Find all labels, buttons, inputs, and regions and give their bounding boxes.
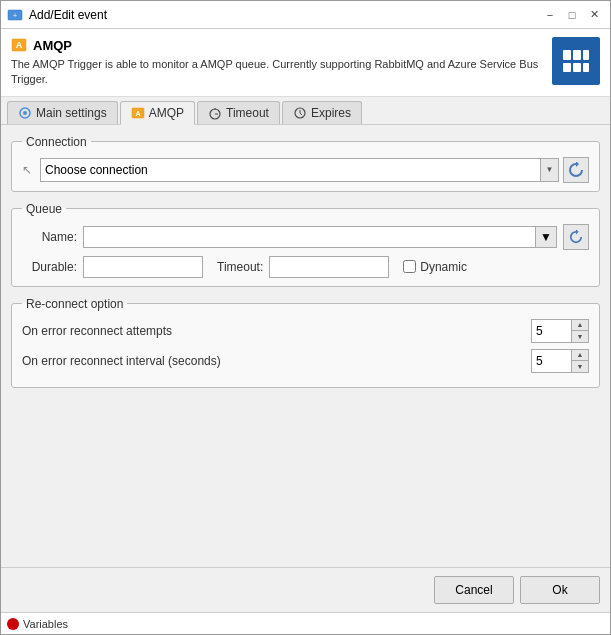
name-refresh-button[interactable] (563, 224, 589, 250)
tab-amqp[interactable]: A AMQP (120, 101, 195, 125)
connection-select-arrow[interactable]: ▼ (540, 159, 558, 181)
title-bar: + Add/Edit event − □ ✕ (1, 1, 610, 29)
status-indicator (7, 618, 19, 630)
svg-line-19 (300, 113, 302, 115)
tab-main-settings[interactable]: Main settings (7, 101, 118, 124)
main-settings-tab-icon (18, 106, 32, 120)
queue-fieldset: Queue Name: ▼ Durable: Timeout: (11, 202, 600, 287)
attempts-increment-btn[interactable]: ▲ (572, 320, 588, 331)
interval-increment-btn[interactable]: ▲ (572, 350, 588, 361)
name-dropdown-btn[interactable]: ▼ (535, 226, 557, 248)
title-bar-icon: + (7, 7, 23, 23)
attempts-decrement-btn[interactable]: ▼ (572, 331, 588, 342)
amqp-header-icon: A (11, 37, 27, 53)
tabs-bar: Main settings A AMQP Timeout (1, 97, 610, 125)
header-area: A AMQP The AMQP Trigger is able to monit… (1, 29, 610, 97)
cancel-button[interactable]: Cancel (434, 576, 514, 604)
header-content: A AMQP The AMQP Trigger is able to monit… (11, 37, 544, 88)
svg-text:A: A (16, 40, 23, 50)
dynamic-label: Dynamic (420, 260, 467, 274)
connection-select-wrapper: Choose connection ▼ (40, 158, 559, 182)
connection-row: ↖ Choose connection ▼ (22, 157, 589, 183)
ok-button[interactable]: Ok (520, 576, 600, 604)
status-text: Variables (23, 618, 68, 630)
interval-spinner: ▲ ▼ (531, 349, 589, 373)
maximize-button[interactable]: □ (562, 5, 582, 25)
attempts-row: On error reconnect attempts ▲ ▼ (22, 319, 589, 343)
durable-input[interactable] (83, 256, 203, 278)
durable-timeout-row: Durable: Timeout: Dynamic (22, 256, 589, 278)
amqp-tab-icon: A (131, 106, 145, 120)
main-content: Connection ↖ Choose connection ▼ Queue (1, 125, 610, 567)
svg-rect-7 (563, 63, 571, 72)
connection-legend: Connection (22, 135, 91, 149)
tab-expires-label: Expires (311, 106, 351, 120)
attempts-label: On error reconnect attempts (22, 324, 531, 338)
footer: Cancel Ok (1, 567, 610, 612)
svg-text:+: + (13, 12, 17, 19)
svg-text:A: A (135, 109, 140, 116)
svg-rect-8 (573, 63, 581, 72)
name-input[interactable] (83, 226, 535, 248)
main-window: + Add/Edit event − □ ✕ A AMQP The AMQP T… (0, 0, 611, 635)
connection-select[interactable]: Choose connection (41, 159, 540, 181)
connection-pointer-icon: ↖ (22, 163, 32, 177)
tab-timeout-label: Timeout (226, 106, 269, 120)
name-input-wrapper: ▼ (83, 226, 557, 248)
timeout-label: Timeout: (217, 260, 263, 274)
tab-expires[interactable]: Expires (282, 101, 362, 124)
expires-tab-icon (293, 106, 307, 120)
tab-amqp-label: AMQP (149, 106, 184, 120)
svg-rect-5 (573, 50, 581, 60)
durable-label: Durable: (22, 260, 77, 274)
minimize-button[interactable]: − (540, 5, 560, 25)
tab-main-settings-label: Main settings (36, 106, 107, 120)
close-button[interactable]: ✕ (584, 5, 604, 25)
dynamic-checkbox-wrapper: Dynamic (403, 260, 467, 274)
timeout-tab-icon (208, 106, 222, 120)
dynamic-checkbox[interactable] (403, 260, 416, 273)
svg-rect-6 (583, 50, 589, 60)
interval-label: On error reconnect interval (seconds) (22, 354, 531, 368)
header-title-text: AMQP (33, 38, 72, 53)
timeout-input[interactable] (269, 256, 389, 278)
header-title-row: A AMQP (11, 37, 544, 53)
interval-decrement-btn[interactable]: ▼ (572, 361, 588, 372)
interval-row: On error reconnect interval (seconds) ▲ … (22, 349, 589, 373)
connection-refresh-button[interactable] (563, 157, 589, 183)
svg-rect-4 (563, 50, 571, 60)
tab-timeout[interactable]: Timeout (197, 101, 280, 124)
interval-spinner-controls: ▲ ▼ (572, 350, 588, 372)
header-logo (552, 37, 600, 85)
name-row: Name: ▼ (22, 224, 589, 250)
title-bar-title: Add/Edit event (29, 8, 540, 22)
interval-input[interactable] (532, 350, 572, 372)
queue-legend: Queue (22, 202, 66, 216)
header-description: The AMQP Trigger is able to monitor a AM… (11, 57, 544, 88)
connection-fieldset: Connection ↖ Choose connection ▼ (11, 135, 600, 192)
svg-point-11 (23, 111, 27, 115)
attempts-spinner-controls: ▲ ▼ (572, 320, 588, 342)
reconnect-legend: Re-connect option (22, 297, 127, 311)
svg-rect-9 (583, 63, 589, 72)
name-label: Name: (22, 230, 77, 244)
status-bar: Variables (1, 612, 610, 634)
attempts-input[interactable] (532, 320, 572, 342)
attempts-spinner: ▲ ▼ (531, 319, 589, 343)
reconnect-fieldset: Re-connect option On error reconnect att… (11, 297, 600, 388)
title-bar-controls: − □ ✕ (540, 5, 604, 25)
